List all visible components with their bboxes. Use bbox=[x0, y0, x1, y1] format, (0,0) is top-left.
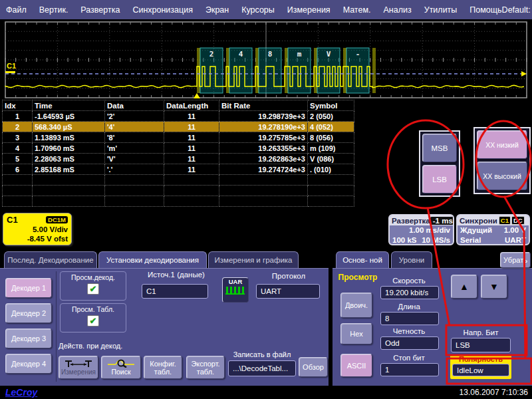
parity-field[interactable]: Odd bbox=[380, 336, 439, 350]
menu-item[interactable]: Анализ bbox=[383, 5, 411, 15]
decode-table: IdxTimeDataDataLengthBit RateSymbol 1-1.… bbox=[2, 100, 326, 207]
table-cell: 2 bbox=[3, 122, 33, 132]
table-row[interactable]: 62.85168 mS'.'1119.274724e+3. (010) bbox=[3, 164, 354, 175]
speed-field[interactable]: 19.200 kbit/s bbox=[380, 286, 439, 299]
menu-item[interactable]: Утилиты bbox=[424, 5, 458, 15]
msb-button[interactable]: MSB bbox=[422, 134, 457, 162]
table-row[interactable]: 52.28063 mS'V'1119.262863e+3V (086) bbox=[3, 154, 354, 164]
table-row-empty bbox=[3, 186, 354, 196]
decode-table-header: IdxTimeDataDataLengthBit RateSymbol bbox=[3, 100, 354, 111]
table-cell bbox=[33, 175, 105, 186]
tab-levels[interactable]: Уровни bbox=[391, 251, 432, 268]
config-table-button[interactable]: Конфиг. табл. bbox=[144, 356, 182, 379]
timebase-rate: 10 MS/s bbox=[422, 235, 450, 245]
menu-item[interactable]: Матем. bbox=[343, 5, 371, 15]
table-cell bbox=[219, 175, 308, 186]
table-cell bbox=[105, 186, 164, 196]
table-row[interactable]: 2568.340 µS'4'1119.278190e+34 (052) bbox=[3, 122, 354, 132]
decoder-2-button[interactable]: Декодер 2 bbox=[5, 303, 52, 323]
xx-low-button[interactable]: XX низкий bbox=[477, 130, 527, 159]
view-mode-label: Просмотр bbox=[336, 273, 379, 282]
table-row-empty bbox=[3, 175, 354, 186]
table-cell: 'm' bbox=[105, 143, 164, 154]
browse-button[interactable]: Обзор bbox=[299, 357, 328, 377]
protocol-field[interactable]: UART bbox=[256, 284, 320, 299]
search-icon bbox=[107, 359, 135, 368]
channel-c1-descriptor[interactable]: C1 DC1M 5.00 V/div -8.45 V ofst bbox=[3, 213, 72, 245]
view-table-group: Просм. Табл. ✔ bbox=[60, 303, 126, 332]
stop-bit-label: Стоп бит bbox=[376, 354, 442, 362]
hex-format-button[interactable]: Hex bbox=[340, 323, 372, 344]
table-cell: 19.263355e+3 bbox=[219, 143, 308, 154]
menu-item[interactable]: Файл bbox=[6, 5, 27, 15]
menu-item[interactable]: Вертик. bbox=[39, 5, 68, 15]
table-cell: 11 bbox=[164, 164, 219, 175]
trigger-level: 1.00 V bbox=[504, 225, 526, 235]
table-row[interactable]: 31.13893 mS'8'1119.275785e+38 (056) bbox=[3, 132, 354, 143]
menu-item[interactable]: Синхронизация bbox=[132, 5, 193, 15]
table-cell: 3 bbox=[3, 132, 33, 143]
column-header: Idx bbox=[3, 100, 33, 111]
timebase-scale: 1.00 ms/div bbox=[390, 225, 453, 235]
length-field[interactable]: 8 bbox=[380, 312, 439, 325]
source-field[interactable]: C1 bbox=[142, 284, 208, 299]
bit-order-group: MSB LSB bbox=[419, 130, 460, 197]
view-decode-group: Просм.декод. ✔ bbox=[60, 271, 126, 301]
table-cell: 19.274724e+3 bbox=[219, 164, 308, 175]
view-decode-label: Просм.декод. bbox=[71, 273, 115, 281]
stop-bit-field[interactable]: 1 bbox=[380, 363, 439, 376]
table-row[interactable]: 1-1.64593 µS'2'1119.298739e+32 (050) bbox=[3, 111, 354, 122]
xx-high-button[interactable]: XX высокий bbox=[477, 162, 527, 190]
scroll-up-button[interactable]: ▲ bbox=[451, 275, 477, 299]
tab-basic[interactable]: Основ- ной bbox=[336, 251, 389, 268]
down-arrow-icon: ▼ bbox=[489, 281, 499, 292]
bit-direction-field[interactable]: LSB bbox=[451, 338, 511, 352]
clock: 13.06.2007 7:10:36 bbox=[460, 388, 528, 397]
polarity-field[interactable]: IdleLow bbox=[452, 364, 509, 376]
measure-button: Измерения bbox=[59, 356, 98, 379]
search-label: Поиск bbox=[111, 368, 130, 376]
tab-decode-settings[interactable]: Установки декодирования bbox=[98, 251, 207, 268]
export-table-button[interactable]: Экспорт. табл. bbox=[186, 356, 225, 379]
table-cell bbox=[33, 186, 105, 196]
trigger-descriptor[interactable]: Синхрони C1 DC Ждущий 1.00 V Serial UART bbox=[456, 214, 530, 245]
bit-direction-label: Напр. Бит bbox=[451, 329, 511, 336]
channel-scale: 5.00 V/div bbox=[7, 225, 68, 234]
menu-item[interactable]: Курсоры bbox=[241, 5, 275, 15]
menu-item[interactable]: Развертка bbox=[80, 5, 120, 15]
table-cell bbox=[308, 175, 354, 186]
table-cell: -1.64593 µS bbox=[33, 111, 105, 122]
decoder-4-button[interactable]: Декодер 4 bbox=[5, 354, 52, 374]
tab-measure-graph[interactable]: Измерения и графика bbox=[208, 251, 299, 268]
menu-bar: ФайлВертик.РазверткаСинхронизацияЭкранКу… bbox=[0, 0, 532, 19]
waveform-display[interactable]: 248mV-C1 bbox=[0, 19, 532, 100]
menu-item[interactable]: Помощь bbox=[469, 5, 501, 15]
ascii-format-button[interactable]: ASCII bbox=[340, 354, 372, 377]
view-table-checkbox[interactable]: ✔ bbox=[87, 315, 99, 327]
timebase-descriptor[interactable]: Развертка -1 ms 1.00 ms/div 100 kS 10 MS… bbox=[388, 214, 454, 245]
lsb-button[interactable]: LSB bbox=[422, 165, 457, 194]
table-row[interactable]: 41.70960 mS'm'1119.263355e+3m (109) bbox=[3, 143, 354, 154]
tab-sequence-decode[interactable]: Послед. Декодирование bbox=[4, 251, 97, 268]
decoder-1-button[interactable]: Декодер 1 bbox=[5, 278, 52, 298]
table-row-empty bbox=[3, 196, 354, 207]
file-path-field[interactable]: ...\DecodeTabl... bbox=[228, 360, 296, 376]
remove-button[interactable]: Убрать bbox=[500, 252, 531, 268]
view-decode-checkbox[interactable]: ✔ bbox=[87, 283, 99, 295]
binary-format-button[interactable]: Двоич. bbox=[340, 293, 372, 318]
scroll-down-button[interactable]: ▼ bbox=[481, 275, 507, 299]
table-cell: 1.13893 mS bbox=[33, 132, 105, 143]
table-cell: 19.298739e+3 bbox=[219, 111, 308, 122]
table-cell: 8 (056) bbox=[308, 132, 354, 143]
table-cell: 2 (050) bbox=[308, 111, 354, 122]
table-cell: 6 bbox=[3, 164, 33, 175]
decoder-3-button[interactable]: Декодер 3 bbox=[5, 329, 52, 348]
menu-item[interactable]: Измерения bbox=[287, 5, 331, 15]
menu-item[interactable]: Экран bbox=[205, 5, 229, 15]
trigger-coupling-badge: DC bbox=[511, 216, 525, 225]
search-button[interactable]: Поиск bbox=[101, 356, 141, 379]
uart-protocol-icon-button[interactable]: UAR bbox=[222, 277, 249, 303]
decode-action-label: Действ. при декод. bbox=[59, 342, 158, 350]
table-cell bbox=[219, 186, 308, 196]
measure-label: Измерения bbox=[61, 368, 96, 376]
